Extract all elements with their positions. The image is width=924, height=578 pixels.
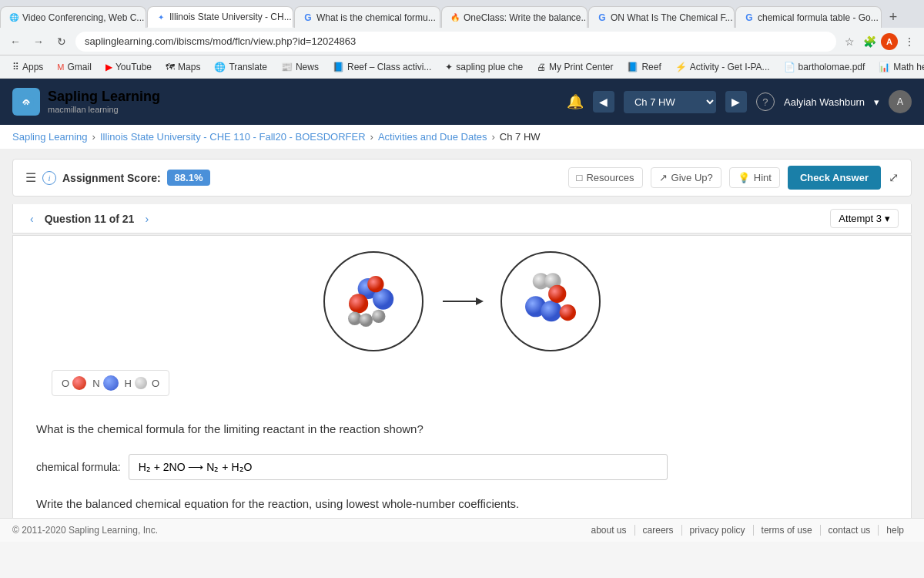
- bookmark-print-label: My Print Center: [549, 62, 613, 72]
- bookmark-youtube[interactable]: ▶ YouTube: [99, 59, 158, 75]
- chapter-select[interactable]: Ch 7 HW: [624, 91, 716, 113]
- svg-point-15: [560, 304, 576, 321]
- footer-contact[interactable]: contact us: [821, 525, 879, 536]
- bookmark-sapling-che[interactable]: ✦ sapling plue che: [439, 59, 529, 75]
- gmail-icon: M: [57, 62, 64, 72]
- molecule-diagram: [36, 251, 888, 351]
- svg-point-4: [367, 276, 383, 292]
- tab-chemical[interactable]: G What is the chemical formu... ×: [294, 6, 440, 28]
- forward-button[interactable]: →: [29, 32, 48, 51]
- give-up-icon: ↗: [659, 172, 668, 183]
- hint-label: Hint: [754, 172, 772, 183]
- fullscreen-button[interactable]: ⤢: [889, 170, 899, 185]
- nitrogen-label: N: [92, 378, 99, 389]
- tab-oneclass[interactable]: 🔥 OneClass: Write the balance... ×: [441, 6, 588, 28]
- resources-button[interactable]: □ Resources: [568, 167, 643, 188]
- resources-icon: □: [577, 172, 583, 183]
- hamburger-icon[interactable]: ☰: [25, 170, 36, 185]
- bookmark-maps[interactable]: 🗺 Maps: [159, 59, 206, 75]
- tab-icon-video: 🌐: [8, 12, 19, 23]
- youtube-icon: ▶: [105, 62, 112, 72]
- bookmark-translate[interactable]: 🌐 Translate: [208, 59, 273, 75]
- hydrogen-atom-icon: [135, 377, 147, 389]
- user-dropdown-icon[interactable]: ▾: [874, 96, 879, 108]
- bookmark-activity-label: Activity - Get I-PA...: [690, 62, 770, 72]
- tab-formula-table[interactable]: G chemical formula table - Go... ×: [735, 6, 882, 28]
- prev-question-button[interactable]: ‹: [25, 211, 38, 227]
- hydrogen-label: H: [125, 378, 132, 389]
- breadcrumb-sep-2: ›: [370, 131, 373, 143]
- tab-on[interactable]: G ON What Is The Chemical F... ×: [588, 6, 735, 28]
- bookmark-math-help[interactable]: 📊 Math help: [872, 59, 924, 75]
- bookmark-print-center[interactable]: 🖨 My Print Center: [531, 59, 619, 75]
- tab-icon-on: G: [597, 12, 608, 23]
- bookmark-gmail[interactable]: M Gmail: [51, 59, 98, 75]
- logo-subtitle: macmillan learning: [48, 105, 160, 114]
- bookmark-news[interactable]: 📰 News: [275, 59, 325, 75]
- attempt-button[interactable]: Attempt 3 ▾: [830, 209, 899, 228]
- footer-terms[interactable]: terms of use: [754, 525, 821, 536]
- address-bar-row: ← → ↻ ☆ 🧩 A ⋮: [0, 28, 924, 55]
- maps-icon: 🗺: [166, 62, 175, 72]
- next-chapter-button[interactable]: ▶: [725, 91, 747, 113]
- tab-label-chemical: What is the chemical formu...: [316, 12, 436, 23]
- formula-label: chemical formula:: [36, 461, 121, 473]
- footer-privacy[interactable]: privacy policy: [682, 525, 754, 536]
- question-nav-bar: ‹ Question 11 of 21 › Attempt 3 ▾: [12, 204, 912, 234]
- back-button[interactable]: ←: [6, 32, 25, 51]
- footer-about[interactable]: about us: [583, 525, 634, 536]
- footer-help[interactable]: help: [879, 525, 912, 536]
- check-answer-button[interactable]: Check Answer: [788, 166, 881, 190]
- reload-button[interactable]: ↻: [52, 32, 71, 51]
- assignment-toolbar: ☰ i Assignment Score: 88.1% □ Resources …: [12, 159, 912, 197]
- arrow-svg: [439, 290, 485, 313]
- breadcrumb-sep-1: ›: [92, 131, 95, 143]
- hydrogen-o-label: O: [152, 378, 159, 389]
- extension-icon[interactable]: 🧩: [861, 33, 878, 50]
- address-input[interactable]: [75, 32, 836, 52]
- info-icon[interactable]: i: [42, 171, 56, 185]
- breadcrumb-sapling[interactable]: Sapling Learning: [12, 131, 88, 143]
- give-up-label: Give Up?: [671, 172, 713, 183]
- profile-avatar[interactable]: A: [881, 33, 898, 50]
- breadcrumb-isu[interactable]: Illinois State University - CHE 110 - Fa…: [100, 131, 366, 143]
- legend-oxygen: O: [62, 376, 86, 390]
- svg-point-6: [360, 314, 373, 327]
- bookmark-bartholomae[interactable]: 📄 bartholomae.pdf: [778, 59, 872, 75]
- bartholomae-icon: 📄: [784, 62, 795, 72]
- give-up-button[interactable]: ↗ Give Up?: [651, 167, 721, 188]
- prev-chapter-button[interactable]: ◀: [593, 91, 614, 113]
- user-name[interactable]: Aalyiah Washburn: [784, 96, 865, 108]
- bookmarks-bar: ⠿ Apps M Gmail ▶ YouTube 🗺 Maps 🌐 Transl…: [0, 55, 924, 79]
- tab-sapling[interactable]: ✦ Illinois State University - CH... ×: [147, 6, 293, 28]
- tab-video[interactable]: 🌐 Video Conferencing, Web C... ×: [0, 6, 146, 28]
- bookmark-activity[interactable]: ⚡ Activity - Get I-PA...: [669, 59, 776, 75]
- bookmark-youtube-label: YouTube: [116, 62, 152, 72]
- hint-icon: 💡: [738, 172, 750, 183]
- bookmark-apps[interactable]: ⠿ Apps: [6, 59, 49, 75]
- menu-dots-icon[interactable]: ⋮: [901, 33, 918, 50]
- reactant-molecule: [323, 251, 424, 351]
- breadcrumb-activities[interactable]: Activities and Due Dates: [378, 131, 487, 143]
- footer-careers[interactable]: careers: [635, 525, 682, 536]
- notification-bell-icon[interactable]: 🔔: [567, 93, 584, 110]
- user-avatar[interactable]: A: [889, 90, 912, 113]
- reef2-icon: 📘: [627, 62, 638, 72]
- bookmark-reef[interactable]: 📘 Reef – Class activi...: [326, 59, 437, 75]
- tab-label-on: ON What Is The Chemical F...: [611, 12, 733, 23]
- tab-icon-formula-table: G: [744, 12, 755, 23]
- formula-input[interactable]: [129, 454, 668, 480]
- hint-button[interactable]: 💡 Hint: [729, 167, 780, 188]
- attempt-dropdown-icon: ▾: [885, 213, 890, 224]
- help-icon[interactable]: ?: [756, 92, 775, 111]
- nitrogen-atom-icon: [103, 375, 119, 391]
- bookmark-star-icon[interactable]: ☆: [841, 33, 858, 50]
- legend-hydrogen: H O: [125, 377, 160, 389]
- legend-nitrogen: N: [92, 375, 118, 391]
- next-question-button[interactable]: ›: [140, 211, 153, 227]
- reef-icon: 📘: [333, 62, 344, 72]
- bookmark-reef2[interactable]: 📘 Reef: [621, 59, 667, 75]
- new-tab-button[interactable]: +: [882, 6, 904, 28]
- print-icon: 🖨: [537, 62, 546, 72]
- copyright-text: © 2011-2020 Sapling Learning, Inc.: [12, 525, 158, 536]
